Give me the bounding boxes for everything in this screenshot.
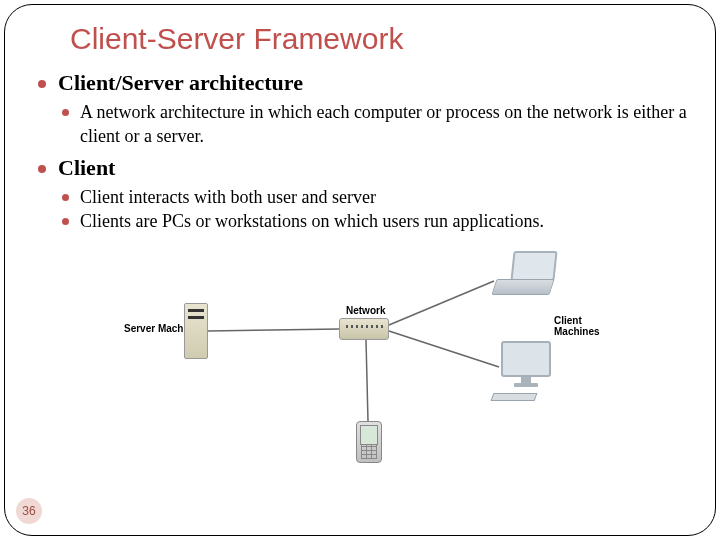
slide-number-badge: 36: [16, 498, 42, 524]
network-diagram: Server Machine Network Client Machines: [114, 243, 614, 473]
slide-content: Client/Server architecture A network arc…: [36, 70, 692, 473]
bullet-item: Client interacts with both user and serv…: [62, 185, 692, 209]
clients-label: Client Machines: [554, 315, 614, 337]
section-heading: Client: [58, 155, 692, 181]
keyboard-icon: [491, 393, 538, 401]
pda-icon: [356, 421, 382, 463]
laptop-icon: [494, 251, 564, 299]
svg-line-0: [208, 329, 339, 331]
network-label: Network: [346, 305, 385, 316]
section-heading: Client/Server architecture: [58, 70, 692, 96]
svg-line-3: [366, 340, 368, 421]
section-architecture: Client/Server architecture A network arc…: [36, 70, 692, 149]
network-hub-icon: [339, 318, 389, 340]
svg-line-1: [389, 281, 494, 325]
svg-line-2: [389, 331, 499, 367]
bullet-item: Clients are PCs or workstations on which…: [62, 209, 692, 233]
bullet-item: A network architecture in which each com…: [62, 100, 692, 149]
section-client: Client Client interacts with both user a…: [36, 155, 692, 234]
desktop-icon: [499, 341, 553, 393]
slide-number: 36: [22, 504, 35, 518]
server-icon: [184, 303, 208, 359]
